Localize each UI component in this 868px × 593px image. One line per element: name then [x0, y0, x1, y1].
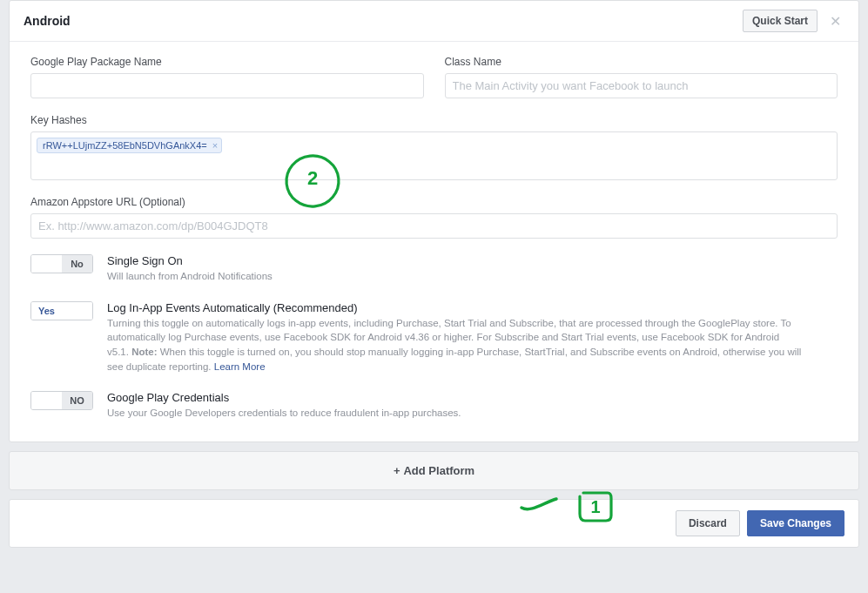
sso-title: Single Sign On [107, 254, 273, 267]
class-name-label: Class Name [445, 56, 838, 68]
log-events-toggle-value: Yes [31, 302, 62, 320]
learn-more-link[interactable]: Learn More [214, 361, 266, 372]
sso-desc: Will launch from Android Notifications [107, 269, 273, 284]
play-creds-desc: Use your Google Developers credentials t… [107, 406, 461, 421]
save-button[interactable]: Save Changes [747, 510, 844, 536]
quick-start-button[interactable]: Quick Start [743, 10, 818, 32]
play-creds-toggle-value: NO [62, 392, 92, 409]
discard-button[interactable]: Discard [676, 510, 740, 536]
sso-toggle-value: No [62, 255, 92, 273]
package-name-input[interactable] [30, 73, 424, 98]
amazon-url-label: Amazon Appstore URL (Optional) [30, 196, 838, 208]
card-title: Android [24, 14, 71, 28]
android-settings-card: Android Quick Start ✕ Google Play Packag… [9, 0, 859, 442]
amazon-url-input[interactable] [30, 213, 838, 239]
log-events-toggle[interactable]: Yes [30, 301, 93, 320]
package-name-label: Google Play Package Name [30, 56, 424, 68]
sso-toggle[interactable]: No [30, 254, 93, 273]
log-events-desc: Turning this toggle on automatically log… [107, 316, 804, 374]
play-creds-title: Google Play Credentials [107, 391, 461, 404]
class-name-input[interactable] [445, 73, 838, 98]
log-events-title: Log In-App Events Automatically (Recomme… [107, 301, 804, 314]
remove-tag-icon[interactable]: × [212, 140, 218, 151]
key-hashes-input[interactable]: rRW++LUjmZZ+58EbN5DVhGAnkX4= × [30, 131, 838, 180]
key-hash-tag: rRW++LUjmZZ+58EbN5DVhGAnkX4= × [37, 138, 222, 153]
play-creds-toggle[interactable]: NO [30, 391, 93, 410]
key-hashes-label: Key Hashes [30, 114, 838, 126]
add-platform-button[interactable]: +Add Platform [9, 451, 859, 490]
close-icon[interactable]: ✕ [826, 11, 844, 31]
plus-icon: + [394, 464, 400, 477]
footer-bar: Discard Save Changes [9, 499, 859, 548]
card-header: Android Quick Start ✕ [10, 1, 858, 42]
key-hash-value: rRW++LUjmZZ+58EbN5DVhGAnkX4= [43, 140, 207, 151]
